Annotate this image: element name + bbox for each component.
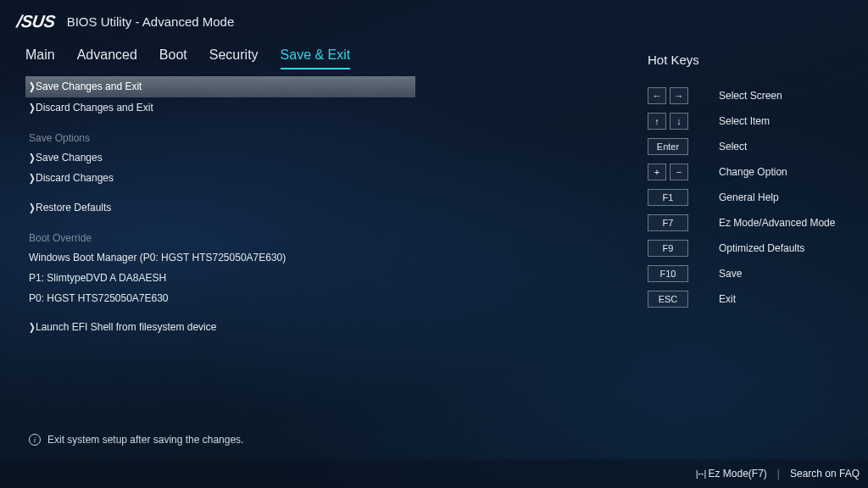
keycap: ↓	[670, 113, 688, 130]
menu-item[interactable]: ❯Save Changes and Exit	[25, 76, 415, 97]
search-faq-button[interactable]: Search on FAQ	[790, 468, 860, 480]
hotkey-keys: ←→	[648, 87, 719, 104]
keycap: −	[670, 164, 688, 180]
footer-divider: |	[777, 468, 780, 480]
tab-security[interactable]: Security	[209, 44, 259, 69]
page-title: BIOS Utility - Advanced Mode	[67, 14, 235, 29]
brand-logo: /SUS	[15, 12, 56, 31]
main-panel: MainAdvancedBootSecuritySave & Exit ❯Sav…	[0, 44, 648, 458]
hotkey-keys: F10	[648, 265, 719, 282]
menu-item[interactable]: P0: HGST HTS725050A7E630	[25, 288, 415, 308]
menu-spacer	[25, 308, 415, 317]
hotkey-keys: F1	[648, 189, 719, 206]
hotkeys-title: Hot Keys	[648, 53, 851, 67]
menu-item-label: Save Changes and Exit	[36, 80, 142, 94]
hotkey-keys: Enter	[648, 138, 719, 155]
hotkey-row: F7Ez Mode/Advanced Mode	[648, 214, 851, 231]
keycap: Enter	[648, 138, 688, 155]
hotkey-label: Exit	[719, 293, 736, 305]
header: /SUS BIOS Utility - Advanced Mode	[0, 0, 868, 47]
keycap: F7	[648, 214, 688, 231]
tab-advanced[interactable]: Advanced	[77, 44, 137, 69]
menu-section-header: Boot Override	[25, 219, 415, 247]
hotkeys-panel: Hot Keys ←→Select Screen↑↓Select ItemEnt…	[648, 44, 868, 458]
hotkey-label: Change Option	[719, 166, 787, 178]
hotkey-keys: ↑↓	[648, 113, 719, 130]
tab-save-exit[interactable]: Save & Exit	[281, 44, 351, 69]
footer-bar: |↔|Ez Mode(F7) | Search on FAQ	[0, 459, 868, 488]
hotkey-row: EnterSelect	[648, 138, 851, 155]
hotkey-label: Select Screen	[719, 90, 782, 102]
menu-item[interactable]: ❯Discard Changes	[25, 168, 415, 189]
mode-toggle-icon: |↔|	[696, 469, 705, 479]
menu-item[interactable]: ❯Save Changes	[25, 147, 415, 169]
info-text: Exit system setup after saving the chang…	[47, 434, 243, 446]
menu-item[interactable]: Windows Boot Manager (P0: HGST HTS725050…	[25, 247, 415, 268]
hotkey-keys: F9	[648, 240, 719, 257]
menu-item-label: Save Changes	[36, 151, 103, 165]
tab-bar: MainAdvancedBootSecuritySave & Exit	[25, 44, 648, 69]
hotkey-keys: F7	[648, 214, 719, 231]
tab-main[interactable]: Main	[25, 44, 55, 69]
menu-item-label: Restore Defaults	[36, 201, 111, 215]
info-icon: i	[29, 434, 41, 446]
keycap: →	[670, 87, 688, 104]
menu-item-label: Launch EFI Shell from filesystem device	[36, 320, 216, 335]
hotkey-row: ESCExit	[648, 291, 851, 308]
hotkey-label: General Help	[719, 191, 779, 203]
menu-item[interactable]: P1: SlimtypeDVD A DA8AESH	[25, 268, 415, 288]
chevron-right-icon: ❯	[29, 172, 34, 186]
ez-mode-button[interactable]: |↔|Ez Mode(F7)	[696, 468, 767, 480]
hotkey-label: Select	[719, 141, 747, 152]
hotkey-label: Select Item	[719, 115, 770, 127]
menu-item[interactable]: ❯Discard Changes and Exit	[25, 97, 415, 119]
menu-section-header: Save Options	[25, 119, 415, 147]
keycap: ←	[648, 87, 666, 104]
hotkey-label: Ez Mode/Advanced Mode	[719, 217, 835, 229]
hotkey-label: Save	[719, 268, 742, 280]
chevron-right-icon: ❯	[29, 201, 34, 214]
menu-item-label: Discard Changes and Exit	[36, 101, 153, 115]
hotkey-row: F10Save	[648, 265, 851, 282]
menu-item[interactable]: ❯Restore Defaults	[25, 197, 415, 219]
menu-spacer	[25, 189, 415, 197]
hotkey-row: ↑↓Select Item	[648, 113, 851, 130]
keycap: F1	[648, 189, 688, 206]
keycap: ESC	[648, 291, 688, 308]
hotkey-row: ←→Select Screen	[648, 87, 851, 104]
chevron-right-icon: ❯	[29, 80, 34, 93]
menu-item[interactable]: ❯Launch EFI Shell from filesystem device	[25, 317, 415, 338]
info-bar: i Exit system setup after saving the cha…	[29, 434, 243, 446]
hotkey-keys: +−	[648, 164, 719, 180]
chevron-right-icon: ❯	[29, 320, 34, 334]
hotkey-row: F9Optimized Defaults	[648, 240, 851, 257]
keycap: ↑	[648, 113, 666, 130]
hotkey-keys: ESC	[648, 291, 719, 308]
menu-list: ❯Save Changes and Exit❯Discard Changes a…	[25, 76, 415, 338]
keycap: +	[648, 164, 666, 180]
menu-item-label: Discard Changes	[36, 171, 114, 186]
tab-boot[interactable]: Boot	[159, 44, 187, 69]
hotkey-row: F1General Help	[648, 189, 851, 206]
hotkey-label: Optimized Defaults	[719, 242, 804, 254]
chevron-right-icon: ❯	[29, 101, 34, 114]
chevron-right-icon: ❯	[29, 151, 34, 164]
hotkey-row: +−Change Option	[648, 164, 851, 180]
keycap: F9	[648, 240, 688, 257]
keycap: F10	[648, 265, 688, 282]
